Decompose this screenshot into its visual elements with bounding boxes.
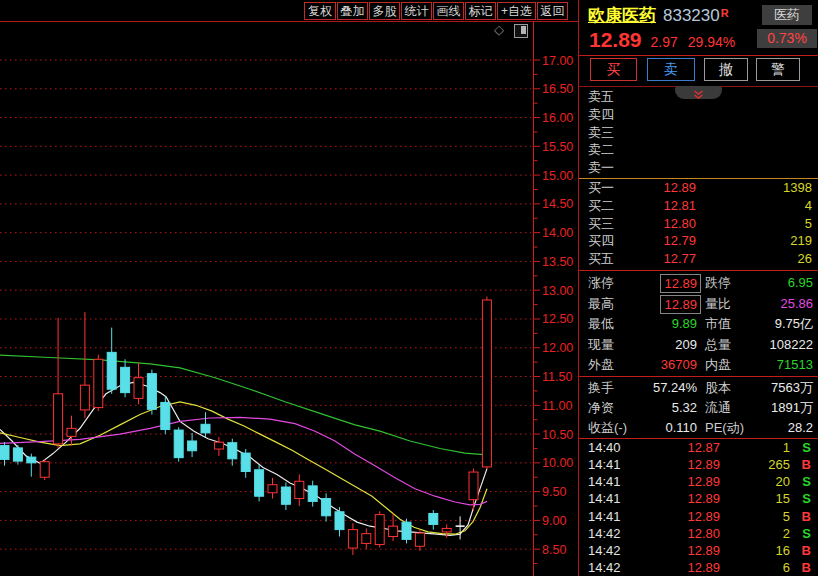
candle [228,443,237,459]
candle [308,486,317,502]
tick-volume: 20 [776,473,790,490]
finance-label: 收益(-) [588,418,627,438]
alert-button[interactable]: 警 [756,58,800,81]
candle [134,378,143,399]
finance-value: 57.24% [653,378,697,398]
sell-level-row[interactable]: 卖一 [579,159,818,177]
finance-label: 流通 [705,398,731,418]
tick-volume: 265 [768,456,790,473]
sell-level-row[interactable]: 卖四 [579,106,818,124]
stat-value: 6.95 [788,273,813,294]
finance-row: 收益(-)0.110PE(动)28.2 [579,418,818,438]
stat-label: 涨停 [588,273,614,294]
tick-time: 14:41 [588,508,621,525]
level-volume: 1398 [783,179,812,197]
stat-label: 最低 [588,314,614,335]
axis-tick-label: 8.50 [542,543,566,557]
tick-volume: 5 [783,508,790,525]
finance-row: 净资5.32流通1891万 [579,398,818,418]
candle [295,481,304,498]
stats-row: 外盘36709内盘71513 [579,355,818,376]
tick-price: 12.89 [687,490,720,507]
level-label: 买三 [588,215,614,233]
stat-value: 108222 [770,335,813,356]
tick-side: B [802,508,811,525]
candle [429,513,438,524]
industry-chip[interactable]: 医药 [762,5,812,25]
buy-level-row[interactable]: 买五12.7726 [579,250,818,268]
finance-value: 7563万 [771,378,813,398]
candle [147,374,156,410]
tick-volume: 2 [783,525,790,542]
level-label: 买二 [588,197,614,215]
candle [94,359,103,407]
finance-label: PE(动) [705,418,744,438]
sell-level-row[interactable]: 卖五 [579,88,818,106]
candle [241,453,250,471]
candle [214,442,223,449]
cancel-order-button[interactable]: 撤 [704,58,748,81]
tick-price: 12.80 [687,525,720,542]
axis-tick-label: 9.00 [542,514,566,528]
last-price: 12.89 [589,28,642,51]
quote-panel: 欧康医药833230R 医药 0.73% 12.892.9729.94% 买卖撤… [578,0,818,576]
candle [389,526,398,536]
tick-side: B [802,456,811,473]
tick-trade-row: 14:4112.8915S [579,490,818,507]
candle [335,512,344,530]
buy-level-row[interactable]: 买三12.805 [579,215,818,233]
sell-level-row[interactable]: 卖二 [579,141,818,159]
tick-time: 14:41 [588,490,621,507]
axis-tick-label: 9.50 [542,485,566,499]
finance-value: 1891万 [771,398,813,418]
candle [27,457,36,463]
candlestick-chart[interactable]: 17.0016.5016.0015.5015.0014.5014.0013.50… [0,0,578,576]
buy-level-row[interactable]: 买四12.79219 [579,232,818,250]
divider [579,376,818,377]
level-label: 卖四 [588,106,614,124]
stat-value: 209 [675,335,697,356]
tick-volume: 6 [783,559,790,576]
tick-trade-row: 14:4112.895B [579,508,818,525]
split-view-icon[interactable] [514,24,528,38]
candle [348,530,357,548]
candle [442,528,451,531]
buy-level-row[interactable]: 买一12.891398 [579,179,818,197]
sell-level-row[interactable]: 卖三 [579,124,818,142]
candle [188,441,197,451]
axis-tick-label: 10.00 [542,456,573,470]
buy-levels: 买一12.891398买二12.814买三12.805买四12.79219买五1… [579,179,818,268]
sell-button[interactable]: 卖 [647,58,695,81]
tick-volume: 15 [776,490,790,507]
industry-change-chip[interactable]: 0.73% [757,29,817,48]
candle [469,472,478,500]
stat-value: 25.86 [780,294,813,315]
drawing-diamond-icon[interactable]: ◇ [494,22,504,37]
tick-side: B [802,542,811,559]
sell-levels: 卖五卖四卖三卖二卖一 [579,88,818,177]
tick-side: S [802,439,811,456]
tick-trade-row: 14:4112.89265B [579,456,818,473]
buy-button[interactable]: 买 [590,58,637,81]
level-volume: 219 [790,232,812,250]
tick-trade-row: 14:4212.8916B [579,542,818,559]
stat-label: 市值 [705,314,731,335]
level-label: 买一 [588,179,614,197]
candle [107,352,116,389]
axis-tick-label: 10.50 [542,428,573,442]
level-volume: 26 [798,250,812,268]
stock-name: 欧康医药 [588,6,656,25]
stock-code: 833230 [663,6,720,25]
candle [322,499,331,516]
divider [579,55,818,56]
stats-row: 最低9.89市值9.75亿 [579,314,818,335]
candle [375,515,384,545]
axis-tick-label: 13.50 [542,255,573,269]
buy-level-row[interactable]: 买二12.814 [579,197,818,215]
axis-tick-label: 11.00 [542,399,572,413]
level-label: 买四 [588,232,614,250]
tick-side: S [802,473,811,490]
axis-tick-label: 12.50 [542,312,573,326]
tick-trade-row: 14:4112.8920S [579,473,818,490]
level-label: 卖一 [588,159,614,177]
